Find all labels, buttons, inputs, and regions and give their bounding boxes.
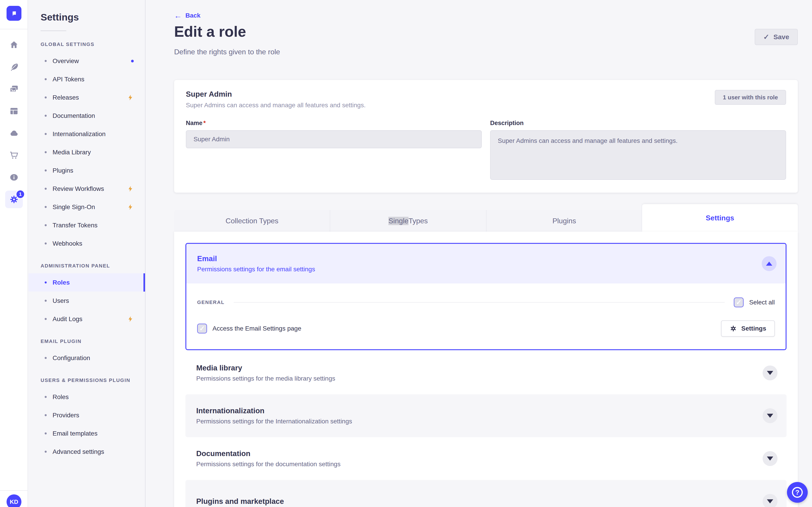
bullet-icon xyxy=(45,224,47,226)
settings-permissions-panel: Email Permissions settings for the email… xyxy=(174,232,798,507)
avatar[interactable]: KD xyxy=(6,494,21,507)
users-with-role-button[interactable]: 1 user with this role xyxy=(715,90,786,105)
access-email-settings-checkbox[interactable]: ✓ Access the Email Settings page xyxy=(197,324,301,334)
sidebar-item-releases[interactable]: Releases xyxy=(29,88,145,107)
sidebar-title-divider xyxy=(41,31,66,31)
selected-text: Single xyxy=(389,217,408,225)
settings-sidebar: Settings GLOBAL SETTINGS Overview API To… xyxy=(29,0,146,507)
email-accordion-body: GENERAL ✓ Select all ✓ Access the Email … xyxy=(186,297,785,349)
general-section-label: GENERAL xyxy=(197,299,225,305)
collapse-accordion-button[interactable] xyxy=(762,256,776,271)
description-label: Description xyxy=(490,120,524,126)
name-input[interactable] xyxy=(186,130,482,148)
sidebar-item-internationalization[interactable]: Internationalization xyxy=(29,125,145,143)
sidebar-item-media-library[interactable]: Media Library xyxy=(29,143,145,161)
chevron-down-icon xyxy=(767,499,773,503)
documentation-accordion[interactable]: Documentation Permissions settings for t… xyxy=(186,437,786,480)
plugins-marketplace-accordion[interactable]: Plugins and marketplace xyxy=(186,480,786,507)
bullet-icon xyxy=(45,318,47,320)
marketplace-cart-icon[interactable] xyxy=(0,144,28,166)
sidebar-item-webhooks[interactable]: Webhooks xyxy=(29,234,145,252)
media-library-icon[interactable] xyxy=(0,78,28,100)
bullet-icon xyxy=(45,133,47,135)
bullet-icon xyxy=(45,414,47,416)
description-field: Description Super Admins can access and … xyxy=(490,120,786,181)
bullet-icon xyxy=(45,300,47,302)
gear-icon xyxy=(730,325,737,332)
back-link[interactable]: ← Back xyxy=(174,12,201,19)
bullet-icon xyxy=(45,169,47,171)
home-icon[interactable] xyxy=(0,34,28,56)
divider xyxy=(234,302,725,302)
expand-accordion-button[interactable] xyxy=(763,408,777,423)
description-input[interactable]: Super Admins can access and manage all f… xyxy=(490,130,786,180)
email-accordion: Email Permissions settings for the email… xyxy=(186,243,786,350)
question-mark-icon: ? xyxy=(792,487,803,498)
tab-single-types[interactable]: Single Types xyxy=(330,210,486,232)
feather-icon[interactable] xyxy=(0,56,28,78)
sidebar-item-transfer-tokens[interactable]: Transfer Tokens xyxy=(29,216,145,234)
sidebar-item-single-sign-on[interactable]: Single Sign-On xyxy=(29,198,145,216)
lightning-icon xyxy=(127,94,134,101)
email-accordion-header[interactable]: Email Permissions settings for the email… xyxy=(186,244,785,283)
sidebar-item-documentation[interactable]: Documentation xyxy=(29,107,145,125)
save-button[interactable]: ✓ Save xyxy=(755,29,798,45)
sidebar-item-audit-logs[interactable]: Audit Logs xyxy=(29,310,145,328)
lightning-icon xyxy=(127,185,134,192)
strapi-logo[interactable] xyxy=(6,6,21,21)
permissions-tabs: Collection Types Single Types Plugins Se… xyxy=(174,208,798,232)
sidebar-item-overview[interactable]: Overview xyxy=(29,52,145,70)
rail-icon-list: 1 xyxy=(0,34,28,211)
role-details-card: Super Admin Super Admins can access and … xyxy=(174,80,798,193)
media-library-accordion[interactable]: Media library Permissions settings for t… xyxy=(186,351,786,394)
chevron-down-icon xyxy=(767,414,773,418)
lightning-icon xyxy=(127,316,134,323)
sidebar-item-users[interactable]: Users xyxy=(29,292,145,310)
settings-gear-icon[interactable]: 1 xyxy=(0,188,28,211)
bullet-icon xyxy=(45,60,47,62)
bullet-icon xyxy=(45,206,47,208)
sidebar-item-api-tokens[interactable]: API Tokens xyxy=(29,70,145,88)
internationalization-accordion[interactable]: Internationalization Permissions setting… xyxy=(186,394,786,437)
tab-collection-types[interactable]: Collection Types xyxy=(174,210,330,232)
rail-divider xyxy=(0,29,28,29)
layout-icon[interactable] xyxy=(0,100,28,122)
sidebar-item-advanced-settings[interactable]: Advanced settings xyxy=(29,443,145,461)
notification-badge: 1 xyxy=(16,190,25,199)
info-icon[interactable] xyxy=(0,166,28,188)
help-button[interactable]: ? xyxy=(787,482,808,503)
select-all-checkbox[interactable]: ✓ Select all xyxy=(734,297,775,307)
cloud-icon[interactable] xyxy=(0,122,28,144)
users-permissions-items: Roles Providers Email templates Advanced… xyxy=(29,388,145,461)
checkbox-checked-icon: ✓ xyxy=(197,324,207,334)
expand-accordion-button[interactable] xyxy=(763,494,777,507)
sidebar-item-roles[interactable]: Roles xyxy=(29,273,145,292)
name-field: Name* xyxy=(186,120,482,181)
tab-settings[interactable]: Settings xyxy=(642,204,798,232)
bullet-icon xyxy=(45,97,47,99)
sidebar-item-review-workflows[interactable]: Review Workflows xyxy=(29,180,145,198)
rail-bottom-divider xyxy=(0,490,28,491)
section-label-global-settings: GLOBAL SETTINGS xyxy=(41,42,145,47)
bullet-icon xyxy=(45,281,47,283)
bullet-icon xyxy=(45,357,47,359)
settings-cog-button[interactable]: Settings xyxy=(721,321,775,337)
administration-panel-items: Roles Users Audit Logs xyxy=(29,273,145,328)
tab-plugins[interactable]: Plugins xyxy=(486,210,642,232)
expand-accordion-button[interactable] xyxy=(763,365,777,380)
role-heading-block: Super Admin Super Admins can access and … xyxy=(186,90,366,109)
expand-accordion-button[interactable] xyxy=(763,451,777,466)
sidebar-item-configuration[interactable]: Configuration xyxy=(29,349,145,367)
checkbox-checked-icon: ✓ xyxy=(734,297,744,307)
email-plugin-items: Configuration xyxy=(29,349,145,367)
sidebar-item-email-templates[interactable]: Email templates xyxy=(29,424,145,443)
page-title: Edit a role xyxy=(174,23,246,40)
sidebar-title: Settings xyxy=(41,12,145,23)
back-arrow-icon: ← xyxy=(174,12,182,19)
bullet-icon xyxy=(45,188,47,190)
section-label-administration-panel: ADMINISTRATION PANEL xyxy=(41,263,145,269)
strapi-logo-icon xyxy=(9,8,19,18)
sidebar-item-plugins[interactable]: Plugins xyxy=(29,161,145,180)
sidebar-item-up-roles[interactable]: Roles xyxy=(29,388,145,406)
sidebar-item-providers[interactable]: Providers xyxy=(29,406,145,424)
